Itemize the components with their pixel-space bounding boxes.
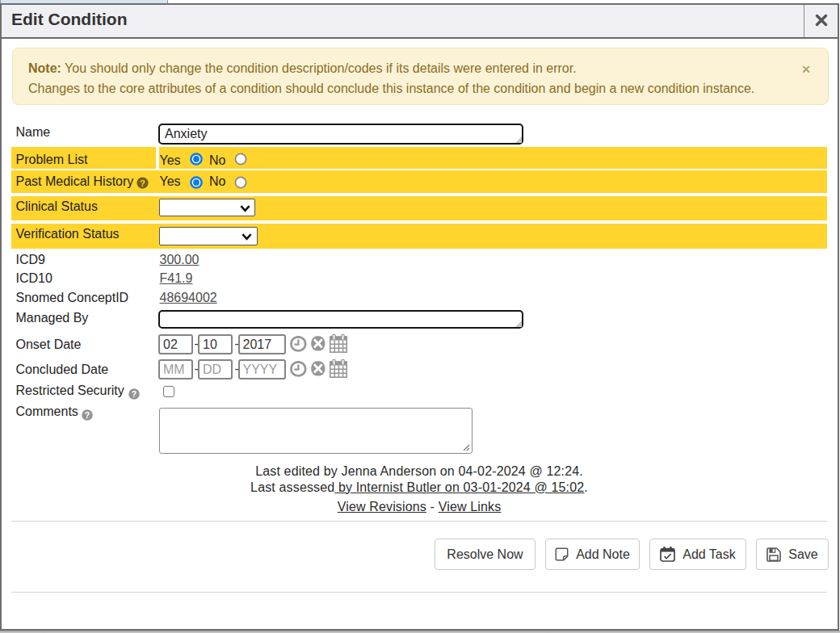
svg-text:?: ?	[85, 409, 90, 419]
svg-text:?: ?	[132, 388, 136, 398]
svg-text:?: ?	[140, 178, 145, 187]
